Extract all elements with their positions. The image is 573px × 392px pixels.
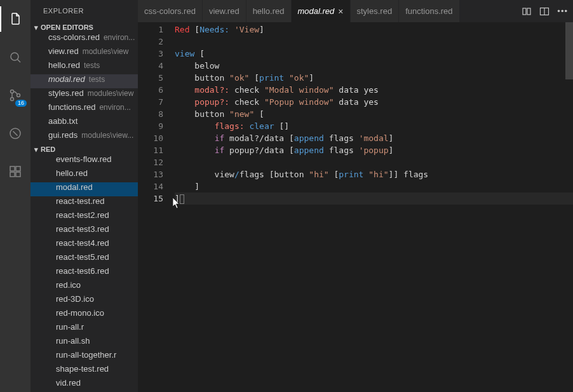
code-line[interactable]: below xyxy=(175,60,573,72)
open-editor-item[interactable]: aabb.txt xyxy=(30,116,138,130)
editor-tab[interactable]: hello.red xyxy=(246,0,292,22)
debug-icon[interactable] xyxy=(0,121,30,146)
explorer-file-item[interactable]: run-all-together.r xyxy=(30,350,138,364)
open-editor-item[interactable]: modal.redtests xyxy=(30,74,138,88)
search-icon[interactable] xyxy=(0,44,30,70)
file-path: modules\view xyxy=(88,89,134,98)
explorer-file-item[interactable]: hello.red xyxy=(30,168,138,182)
open-editor-item[interactable]: view.redmodules\view xyxy=(30,46,138,60)
tab-actions: ••• xyxy=(522,0,573,22)
file-name: react-test3.red xyxy=(56,224,109,234)
svg-point-2 xyxy=(11,90,14,93)
editor-tab[interactable]: functions.red xyxy=(399,0,459,22)
open-editor-item[interactable]: styles.redmodules\view xyxy=(30,88,138,102)
tab-label: hello.red xyxy=(253,6,285,16)
explorer-file-item[interactable]: red.ico xyxy=(30,280,138,294)
files-icon[interactable] xyxy=(0,6,30,32)
editor-area: css-colors.redview.redhello.redmodal.red… xyxy=(138,0,573,392)
open-editor-item[interactable]: gui.redsmodules\view... xyxy=(30,130,138,144)
svg-rect-6 xyxy=(10,166,15,171)
code-line[interactable]: popup?: check "Popup window" data yes xyxy=(175,96,573,108)
explorer-file-item[interactable]: run-all.r xyxy=(30,322,138,336)
file-name: hello.red xyxy=(56,168,88,178)
split-editor-icon[interactable] xyxy=(539,6,549,17)
tab-label: view.red xyxy=(209,6,239,16)
explorer-file-item[interactable]: react-test3.red xyxy=(30,224,138,238)
editor-tab[interactable]: css-colors.red xyxy=(138,0,203,22)
code-line[interactable]: Red [Needs: 'View] xyxy=(175,24,573,36)
code-line[interactable]: if popup?/data [append flags 'popup] xyxy=(175,144,573,156)
open-editors-list: css-colors.redenviron...view.redmodules\… xyxy=(30,32,138,144)
svg-rect-8 xyxy=(16,172,20,177)
folder-header[interactable]: ▾ RED xyxy=(30,144,138,154)
close-icon[interactable]: × xyxy=(338,7,343,16)
svg-rect-9 xyxy=(16,166,20,171)
scm-badge: 16 xyxy=(15,100,27,107)
explorer-file-item[interactable]: red-mono.ico xyxy=(30,308,138,322)
svg-rect-10 xyxy=(523,8,526,15)
file-path: tests xyxy=(89,75,105,84)
vertical-scrollbar[interactable] xyxy=(565,22,573,392)
explorer-file-item[interactable]: shape-test.red xyxy=(30,364,138,378)
code-line[interactable]: if modal?/data [append flags 'modal] xyxy=(175,132,573,144)
code-line[interactable] xyxy=(175,156,573,168)
scrollbar-thumb[interactable] xyxy=(565,22,573,79)
file-name: functions.red xyxy=(48,102,95,112)
explorer-file-item[interactable]: react-test.red xyxy=(30,196,138,210)
code-content[interactable]: Red [Needs: 'View] view [ below button "… xyxy=(175,22,573,392)
tab-label: styles.red xyxy=(357,6,393,16)
line-number: 10 xyxy=(138,132,163,144)
chevron-down-icon: ▾ xyxy=(32,24,41,32)
line-number-gutter: 123456789101112131415 xyxy=(138,22,175,392)
explorer-file-item[interactable]: modal.red xyxy=(30,182,138,196)
line-number: 6 xyxy=(138,84,163,96)
editor-tab[interactable]: modal.red× xyxy=(292,0,351,22)
code-line[interactable]: view [ xyxy=(175,48,573,60)
line-number: 12 xyxy=(138,156,163,168)
file-name: red-mono.ico xyxy=(56,308,104,318)
explorer-file-item[interactable]: react-test6.red xyxy=(30,266,138,280)
line-number: 14 xyxy=(138,180,163,193)
code-line[interactable]: button "ok" [print "ok"] xyxy=(175,72,573,84)
file-name: aabb.txt xyxy=(48,116,78,126)
chevron-down-icon: ▾ xyxy=(32,145,41,154)
code-line[interactable]: modal?: check "Modal window" data yes xyxy=(175,84,573,96)
explorer-file-item[interactable]: events-flow.red xyxy=(30,154,138,168)
explorer-file-item[interactable]: react-test4.red xyxy=(30,238,138,252)
open-editor-item[interactable]: css-colors.redenviron... xyxy=(30,32,138,46)
explorer-file-item[interactable]: react-test2.red xyxy=(30,210,138,224)
compare-icon[interactable] xyxy=(522,6,532,17)
scm-icon[interactable]: 16 xyxy=(0,83,30,108)
code-line[interactable]: ] xyxy=(175,193,573,205)
line-number: 11 xyxy=(138,144,163,156)
open-editor-item[interactable]: functions.redenviron... xyxy=(30,102,138,116)
code-line[interactable]: view/flags [button "hi" [print "hi"]] fl… xyxy=(175,168,573,180)
file-path: modules\view... xyxy=(81,131,133,140)
svg-rect-11 xyxy=(527,8,530,15)
tab-label: functions.red xyxy=(405,6,452,16)
explorer-file-item[interactable]: run-all.sh xyxy=(30,336,138,350)
tab-bar: css-colors.redview.redhello.redmodal.red… xyxy=(138,0,573,22)
svg-point-3 xyxy=(11,98,14,101)
explorer-file-item[interactable]: red-3D.ico xyxy=(30,294,138,308)
code-line[interactable]: button "new" [ xyxy=(175,108,573,120)
tab-label: modal.red xyxy=(298,6,335,16)
code-editor[interactable]: 123456789101112131415 Red [Needs: 'View]… xyxy=(138,22,573,392)
code-line[interactable]: flags: clear [] xyxy=(175,120,573,132)
code-line[interactable]: ] xyxy=(175,180,573,193)
file-name: gui.reds xyxy=(48,130,78,140)
code-line[interactable] xyxy=(175,36,573,48)
svg-rect-7 xyxy=(10,172,15,177)
explorer-file-item[interactable]: vid.red xyxy=(30,378,138,392)
extensions-icon[interactable] xyxy=(0,159,30,184)
svg-line-1 xyxy=(18,60,21,63)
file-name: run-all.r xyxy=(56,322,84,332)
text-cursor xyxy=(180,194,184,204)
open-editor-item[interactable]: hello.redtests xyxy=(30,60,138,74)
editor-tab[interactable]: view.red xyxy=(203,0,246,22)
open-editors-header[interactable]: ▾ OPEN EDITORS xyxy=(30,22,138,32)
more-icon[interactable]: ••• xyxy=(557,6,568,16)
explorer-file-item[interactable]: react-test5.red xyxy=(30,252,138,266)
editor-tab[interactable]: styles.red xyxy=(351,0,400,22)
line-number: 5 xyxy=(138,72,163,84)
